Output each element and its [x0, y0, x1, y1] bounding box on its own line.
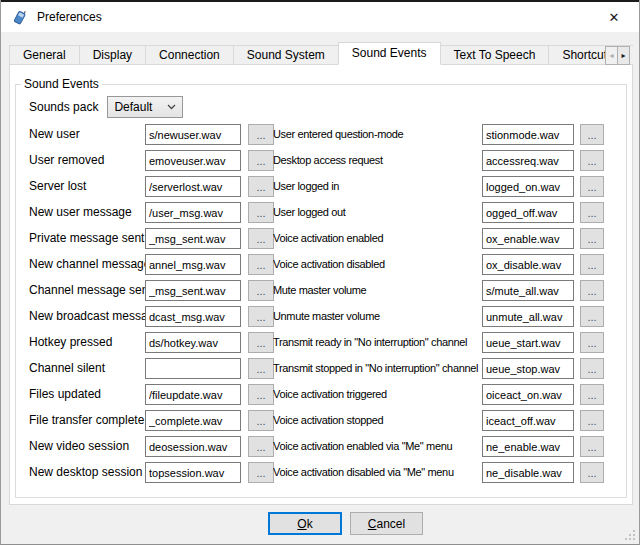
sound-file-input[interactable] [482, 436, 574, 457]
sound-event-label: Files updated [29, 384, 145, 404]
sound-event-label: New user [29, 124, 145, 144]
browse-button[interactable]: ... [248, 384, 274, 405]
sound-event-row: Unmute master volume ... [273, 306, 604, 332]
sound-file-input[interactable] [145, 384, 241, 405]
sound-file-input[interactable] [145, 358, 241, 379]
browse-button[interactable]: ... [580, 280, 604, 301]
sound-file-input[interactable] [145, 306, 241, 327]
sound-file-input[interactable] [145, 436, 241, 457]
sound-event-row: Voice activation enabled ... [273, 228, 604, 254]
tab-connection[interactable]: Connection [145, 45, 234, 65]
sound-event-row: New broadcast message ... [29, 306, 274, 332]
browse-button[interactable]: ... [580, 358, 604, 379]
browse-button[interactable]: ... [248, 176, 274, 197]
sound-event-label: Mute master volume [273, 280, 482, 300]
tab-sound-system[interactable]: Sound System [233, 45, 339, 65]
browse-button[interactable]: ... [248, 410, 274, 431]
sound-file-input[interactable] [145, 462, 241, 483]
sound-file-input[interactable] [145, 332, 241, 353]
close-icon[interactable]: ✕ [599, 10, 629, 25]
sound-events-column-right: User entered question-mode ... Desktop a… [273, 124, 604, 488]
cancel-button[interactable]: Cancel [350, 512, 423, 535]
browse-button[interactable]: ... [580, 202, 604, 223]
browse-button[interactable]: ... [248, 124, 274, 145]
sound-file-input[interactable] [482, 358, 574, 379]
browse-button[interactable]: ... [248, 280, 274, 301]
sound-event-row: Server lost ... [29, 176, 274, 202]
sound-event-label: User removed [29, 150, 145, 170]
sound-file-input[interactable] [482, 462, 574, 483]
sound-events-column-left: New user ... User removed ... Server los… [29, 124, 274, 488]
tab-scroll-right-button[interactable]: ▸ [617, 46, 630, 65]
sound-file-input[interactable] [482, 124, 574, 145]
browse-button[interactable]: ... [248, 436, 274, 457]
tab-text-to-speech[interactable]: Text To Speech [440, 45, 550, 65]
sound-event-label: Voice activation triggered [273, 384, 482, 404]
sounds-pack-select[interactable]: Default [107, 96, 183, 118]
sound-event-label: Voice activation stopped [273, 410, 482, 430]
browse-button[interactable]: ... [580, 176, 604, 197]
sound-file-input[interactable] [482, 384, 574, 405]
sound-file-input[interactable] [145, 410, 241, 431]
sound-event-row: New desktop session ... [29, 462, 274, 488]
sound-file-input[interactable] [482, 176, 574, 197]
browse-button[interactable]: ... [248, 228, 274, 249]
browse-button[interactable]: ... [580, 384, 604, 405]
sound-event-row: Voice activation stopped ... [273, 410, 604, 436]
sound-event-row: User removed ... [29, 150, 274, 176]
sounds-pack-value: Default [114, 100, 152, 114]
browse-button[interactable]: ... [580, 124, 604, 145]
tab-general[interactable]: General [9, 45, 80, 65]
browse-button[interactable]: ... [248, 254, 274, 275]
tab-bar: General Display Connection Sound System … [9, 42, 633, 65]
tab-label: Sound Events [352, 46, 427, 60]
sounds-pack-row: Sounds pack Default [29, 96, 183, 118]
browse-button[interactable]: ... [580, 306, 604, 327]
sound-event-row: Voice activation disabled ... [273, 254, 604, 280]
sound-event-row: Voice activation triggered ... [273, 384, 604, 410]
tab-sound-events[interactable]: Sound Events [338, 42, 441, 65]
browse-button[interactable]: ... [248, 358, 274, 379]
sound-event-row: Channel message sent ... [29, 280, 274, 306]
browse-button[interactable]: ... [580, 410, 604, 431]
ok-button[interactable]: Ok [268, 512, 342, 535]
sound-file-input[interactable] [145, 202, 241, 223]
sound-event-label: Server lost [29, 176, 145, 196]
resize-grip[interactable] [625, 530, 635, 540]
sound-file-input[interactable] [482, 306, 574, 327]
sound-file-input[interactable] [145, 280, 241, 301]
browse-button[interactable]: ... [248, 150, 274, 171]
cancel-button-label: Cancel [351, 517, 422, 531]
browse-button[interactable]: ... [580, 462, 604, 483]
sound-file-input[interactable] [145, 228, 241, 249]
sound-event-row: Desktop access request ... [273, 150, 604, 176]
sound-file-input[interactable] [145, 254, 241, 275]
browse-button[interactable]: ... [248, 332, 274, 353]
sound-file-input[interactable] [482, 150, 574, 171]
sound-file-input[interactable] [482, 280, 574, 301]
browse-button[interactable]: ... [580, 254, 604, 275]
sound-file-input[interactable] [145, 176, 241, 197]
sound-file-input[interactable] [482, 254, 574, 275]
tab-display[interactable]: Display [79, 45, 146, 65]
sound-file-input[interactable] [145, 150, 241, 171]
sound-event-row: Transmit stopped in "No interruption" ch… [273, 358, 604, 384]
sound-file-input[interactable] [482, 228, 574, 249]
sound-events-group: Sound Events Sounds pack Default New use… [15, 84, 627, 498]
tab-label: Text To Speech [454, 48, 536, 62]
sound-event-label: User entered question-mode [273, 124, 482, 144]
browse-button[interactable]: ... [580, 228, 604, 249]
sound-event-label: User logged out [273, 202, 482, 222]
browse-button[interactable]: ... [580, 150, 604, 171]
browse-button[interactable]: ... [248, 462, 274, 483]
browse-button[interactable]: ... [248, 202, 274, 223]
sound-file-input[interactable] [482, 410, 574, 431]
sound-file-input[interactable] [482, 202, 574, 223]
browse-button[interactable]: ... [580, 332, 604, 353]
sound-event-label: Transmit stopped in "No interruption" ch… [273, 358, 482, 378]
sound-file-input[interactable] [145, 124, 241, 145]
sound-file-input[interactable] [482, 332, 574, 353]
browse-button[interactable]: ... [580, 436, 604, 457]
browse-button[interactable]: ... [248, 306, 274, 327]
titlebar[interactable]: Preferences ✕ [1, 2, 639, 32]
